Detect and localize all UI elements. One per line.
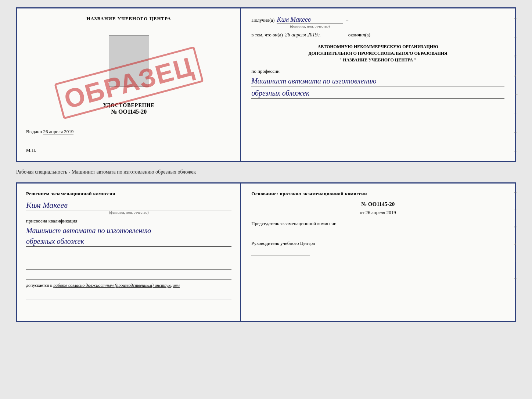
poluchil-sub: (фамилия, имя, отчество) <box>277 24 343 28</box>
top-left-panel: НАЗВАНИЕ УЧЕБНОГО ЦЕНТРА УДОСТОВЕРЕНИЕ №… <box>17 8 241 161</box>
dopusk-value: работе согласно должностным (производств… <box>53 283 180 288</box>
prisvoena-label: присвоена квалификация <box>26 218 231 224</box>
professii-value1: Машинист автомата по изготовлению <box>251 76 504 86</box>
predsedatel-sig-line <box>251 228 310 236</box>
bottom-name-sub: (фамилия, имя, отчество) <box>26 210 231 214</box>
vtom-value: 26 апреля 2019г. <box>285 32 344 38</box>
side-dashes-bottom: ––иа←––– <box>514 184 518 321</box>
prot-date: от 26 апреля 2019 <box>251 210 504 215</box>
udostoverenie-block: УДОСТОВЕРЕНИЕ № OO1145-20 <box>26 103 231 115</box>
poluchil-value: Ким Макеев <box>277 16 343 24</box>
dopusk-label: допускается к <box>26 283 52 288</box>
vtom-row: в том, что он(а) 26 апреля 2019г. окончи… <box>251 32 504 38</box>
vydano-block: Выдано 26 апреля 2019 <box>26 129 231 135</box>
professii-value2: обрезных обложек <box>251 88 504 99</box>
doc-description: Рабочая специальность - Машинист автомат… <box>16 168 516 177</box>
bottom-name-value: Ким Макеев <box>26 200 231 210</box>
vydano-label: Выдано <box>26 129 42 134</box>
org-line3: " НАЗВАНИЕ УЧЕБНОГО ЦЕНТРА " <box>251 57 504 63</box>
osnovanie-label: Основание: протокол экзаменационной коми… <box>251 191 504 197</box>
rukovoditel-sig-line <box>251 248 310 256</box>
ud-title: УДОСТОВЕРЕНИЕ <box>26 103 231 108</box>
kvali-value2: обрезных обложек <box>26 236 231 247</box>
ud-number: № OO1145-20 <box>26 108 231 115</box>
bottom-right-panel: Основание: протокол экзаменационной коми… <box>241 184 515 321</box>
kvali-value1: Машинист автомата по изготовлению <box>26 225 231 236</box>
dopusk-block: допускается к работе согласно должностны… <box>26 283 231 288</box>
org-section: АВТОНОМНУЮ НЕКОММЕРЧЕСКУЮ ОРГАНИЗАЦИЮ ДО… <box>251 43 504 63</box>
mp-block: М.П. <box>26 147 231 153</box>
poluchil-row: Получил(a) Ким Макеев (фамилия, имя, отч… <box>251 16 504 28</box>
poluchil-dash: – <box>346 17 348 23</box>
bottom-left-panel: Решением экзаменационной комиссии Ким Ма… <box>17 184 241 321</box>
top-document: НАЗВАНИЕ УЧЕБНОГО ЦЕНТРА УДОСТОВЕРЕНИЕ №… <box>16 7 516 162</box>
rukovoditel-label: Руководитель учебного Центра <box>251 241 504 246</box>
document-container: НАЗВАНИЕ УЧЕБНОГО ЦЕНТРА УДОСТОВЕРЕНИЕ №… <box>16 7 516 322</box>
poluchil-label: Получил(a) <box>251 17 274 23</box>
predsedatel-label: Председатель экзаменационной комиссии <box>251 221 504 227</box>
vydano-date: 26 апреля 2019 <box>43 129 74 135</box>
org-line2: ДОПОЛНИТЕЛЬНОГО ПРОФЕССИОНАЛЬНОГО ОБРАЗО… <box>251 50 504 57</box>
professii-label: по профессии <box>251 68 504 74</box>
vtom-label: в том, что он(а) <box>251 32 283 38</box>
okonchil-label: окончил(а) <box>348 32 370 38</box>
org-line1: АВТОНОМНУЮ НЕКОММЕРЧЕСКУЮ ОРГАНИЗАЦИЮ <box>251 43 504 50</box>
side-dashes-top: ––иа←––– <box>514 8 518 161</box>
top-right-panel: Получил(a) Ким Макеев (фамилия, имя, отч… <box>241 8 515 161</box>
bottom-document: Решением экзаменационной комиссии Ким Ма… <box>16 182 516 322</box>
resheniem-label: Решением экзаменационной комиссии <box>26 191 231 197</box>
photo-placeholder <box>109 35 149 87</box>
db-lines <box>26 250 231 280</box>
top-center-title: НАЗВАНИЕ УЧЕБНОГО ЦЕНТРА <box>26 16 231 22</box>
prot-number: № OO1145-20 <box>251 201 504 207</box>
